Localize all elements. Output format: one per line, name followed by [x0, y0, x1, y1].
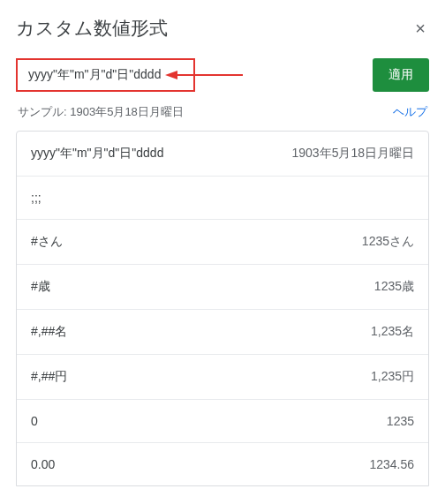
apply-button[interactable]: 適用 [373, 58, 429, 92]
format-code: ;;; [31, 191, 41, 205]
list-item[interactable]: #,##名 1,235名 [17, 310, 428, 355]
help-link[interactable]: ヘルプ [393, 104, 427, 120]
dialog-header: カスタム数値形式 × [16, 16, 429, 41]
sample-value: 1903年5月18日月曜日 [70, 105, 184, 118]
list-item[interactable]: #さん 1235さん [17, 220, 428, 265]
format-example: 1,235円 [371, 369, 414, 385]
sample-text: サンプル: 1903年5月18日月曜日 [18, 104, 184, 120]
format-code: 0 [31, 414, 38, 428]
format-example: 1235 [387, 414, 414, 428]
format-code: #,##円 [31, 369, 67, 385]
list-item[interactable]: ;;; [17, 177, 428, 220]
format-example: 1235さん [362, 234, 414, 250]
format-code: 0.00 [31, 457, 55, 471]
format-example: 1234.56 [369, 457, 414, 471]
format-example: 1903年5月18日月曜日 [291, 146, 414, 162]
close-icon[interactable]: × [411, 16, 429, 41]
list-item[interactable]: #歳 1235歳 [17, 265, 428, 310]
format-list: yyyy"年"m"月"d"日"dddd 1903年5月18日月曜日 ;;; #さ… [16, 131, 429, 486]
custom-number-format-dialog: カスタム数値形式 × 適用 サンプル: 1903年5月18日月曜日 ヘルプ yy… [0, 0, 445, 486]
format-code: #さん [31, 234, 63, 250]
list-item[interactable]: yyyy"年"m"月"d"日"dddd 1903年5月18日月曜日 [17, 132, 428, 177]
list-item[interactable]: 0.00 1234.56 [17, 443, 428, 485]
sample-row: サンプル: 1903年5月18日月曜日 ヘルプ [16, 104, 429, 120]
dialog-title: カスタム数値形式 [16, 16, 168, 41]
format-input[interactable] [16, 58, 195, 92]
list-item[interactable]: #,##円 1,235円 [17, 355, 428, 400]
sample-prefix: サンプル: [18, 105, 70, 118]
format-code: #歳 [31, 279, 50, 295]
input-row: 適用 [16, 58, 429, 92]
format-example: 1,235名 [371, 324, 414, 340]
list-item[interactable]: 0 1235 [17, 400, 428, 443]
format-example: 1235歳 [374, 279, 414, 295]
input-wrap [16, 58, 362, 92]
format-code: #,##名 [31, 324, 67, 340]
format-code: yyyy"年"m"月"d"日"dddd [31, 146, 163, 162]
